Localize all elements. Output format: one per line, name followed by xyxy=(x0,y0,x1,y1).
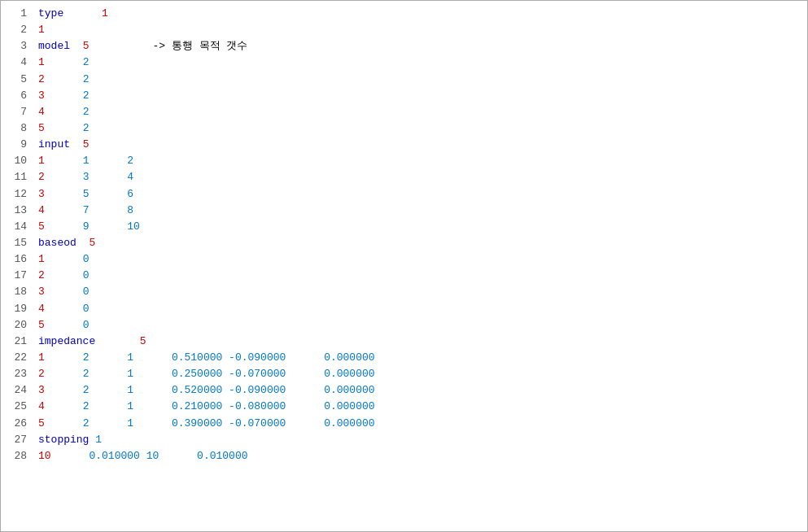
line-content: type 1 xyxy=(35,6,807,22)
line-content: model 5 -> 통행 목적 갯수 xyxy=(35,38,807,55)
line-content: 1 2 1 0.510000 -0.090000 0.000000 xyxy=(35,350,807,366)
line-number: 14 xyxy=(1,219,35,235)
code-token-val: 1 xyxy=(127,417,133,430)
line-number: 22 xyxy=(1,350,35,366)
whitespace xyxy=(70,138,83,150)
code-token-val: 2 xyxy=(83,106,90,118)
code-token-val: 0 xyxy=(83,269,90,281)
whitespace xyxy=(222,368,229,380)
line-number: 5 xyxy=(1,72,35,88)
table-row: 63 2 xyxy=(1,88,807,104)
line-content: 1 xyxy=(35,22,807,38)
line-number: 13 xyxy=(1,203,35,219)
line-number: 16 xyxy=(1,251,35,268)
code-token-val: 0.510000 xyxy=(172,351,222,364)
table-row: 52 2 xyxy=(1,72,807,88)
whitespace xyxy=(51,450,90,462)
code-token-val: 0.000000 xyxy=(324,384,374,396)
line-number: 25 xyxy=(1,399,35,415)
whitespace xyxy=(95,335,140,347)
whitespace xyxy=(133,417,172,430)
whitespace xyxy=(45,188,83,200)
line-content: 5 2 xyxy=(35,120,807,137)
table-row: 265 2 1 0.390000 -0.070000 0.000000 xyxy=(1,416,807,432)
line-content: 4 2 1 0.210000 -0.080000 0.000000 xyxy=(35,399,807,415)
code-token-val: 0 xyxy=(83,286,90,298)
code-token-val: 1 xyxy=(127,400,133,412)
whitespace xyxy=(89,220,127,233)
whitespace xyxy=(45,204,83,216)
code-token-val: 4 xyxy=(127,171,133,183)
table-row: 232 2 1 0.250000 -0.070000 0.000000 xyxy=(1,366,807,382)
line-content: impedance 5 xyxy=(35,334,807,350)
code-token-num: 4 xyxy=(38,303,45,315)
line-number: 21 xyxy=(1,334,35,350)
table-row: 27stopping 1 xyxy=(1,432,807,448)
code-token-num: 5 xyxy=(83,138,90,150)
code-token-kw: type xyxy=(38,7,63,20)
whitespace xyxy=(89,155,127,167)
whitespace xyxy=(45,269,83,281)
code-token-val: 6 xyxy=(127,188,133,200)
code-token-val: 10 xyxy=(127,220,140,233)
line-content: 2 2 xyxy=(35,72,807,88)
line-number: 12 xyxy=(1,186,35,203)
code-token-val: 0.000000 xyxy=(324,351,374,364)
line-content: 1 2 xyxy=(35,55,807,71)
code-token-val: -0.090000 xyxy=(229,351,286,364)
code-token-num: 5 xyxy=(38,417,45,430)
whitespace xyxy=(89,417,127,430)
code-token-num: 1 xyxy=(102,7,108,20)
line-number: 11 xyxy=(1,169,35,185)
table-row: 161 0 xyxy=(1,251,807,268)
code-token-val: 0.210000 xyxy=(172,400,222,412)
line-number: 28 xyxy=(1,448,35,464)
whitespace xyxy=(45,56,83,68)
line-content: 5 0 xyxy=(35,317,807,334)
code-token-val: 0 xyxy=(83,253,90,265)
line-content: 4 0 xyxy=(35,301,807,317)
code-token-num: 1 xyxy=(38,24,45,36)
code-token-num: 3 xyxy=(38,286,45,298)
table-row: 74 2 xyxy=(1,104,807,120)
line-content: 3 5 6 xyxy=(35,186,807,203)
table-row: 194 0 xyxy=(1,301,807,317)
code-token-num: 3 xyxy=(38,384,45,396)
line-content: 5 2 1 0.390000 -0.070000 0.000000 xyxy=(35,416,807,432)
whitespace xyxy=(133,384,172,396)
line-number: 9 xyxy=(1,137,35,153)
whitespace xyxy=(89,400,127,412)
code-token-num: 2 xyxy=(38,368,45,380)
whitespace xyxy=(89,384,127,396)
line-number: 24 xyxy=(1,382,35,399)
whitespace xyxy=(286,368,324,380)
code-token-num: 4 xyxy=(38,106,45,118)
code-token-num: 5 xyxy=(38,220,45,233)
code-token-num: 5 xyxy=(38,122,45,134)
table-row: 15baseod 5 xyxy=(1,235,807,251)
whitespace xyxy=(45,351,83,364)
line-content: input 5 xyxy=(35,137,807,153)
table-row: 254 2 1 0.210000 -0.080000 0.000000 xyxy=(1,399,807,415)
code-token-val: 1 xyxy=(95,434,102,446)
whitespace xyxy=(89,204,127,216)
line-content: 1 0 xyxy=(35,251,807,268)
code-token-val: 0.000000 xyxy=(324,368,374,380)
code-token-num: 1 xyxy=(38,351,45,364)
line-content: 1 1 2 xyxy=(35,153,807,169)
code-token-num: 1 xyxy=(38,56,45,68)
code-token-val: 0.000000 xyxy=(324,400,374,412)
line-content: 3 2 1 0.520000 -0.090000 0.000000 xyxy=(35,382,807,399)
table-row: 41 2 xyxy=(1,55,807,71)
code-token-num: 2 xyxy=(38,269,45,281)
whitespace xyxy=(70,40,83,52)
code-editor: 1type 1213model 5 -> 통행 목적 갯수41 252 263 … xyxy=(0,0,808,532)
code-token-val: 2 xyxy=(83,73,90,85)
code-token-val: 2 xyxy=(83,89,90,102)
code-token-val: 2 xyxy=(83,56,90,68)
whitespace xyxy=(133,400,172,412)
code-token-val: 0 xyxy=(83,303,90,315)
code-token-num: 2 xyxy=(38,73,45,85)
whitespace xyxy=(45,400,83,412)
line-content: stopping 1 xyxy=(35,432,807,448)
